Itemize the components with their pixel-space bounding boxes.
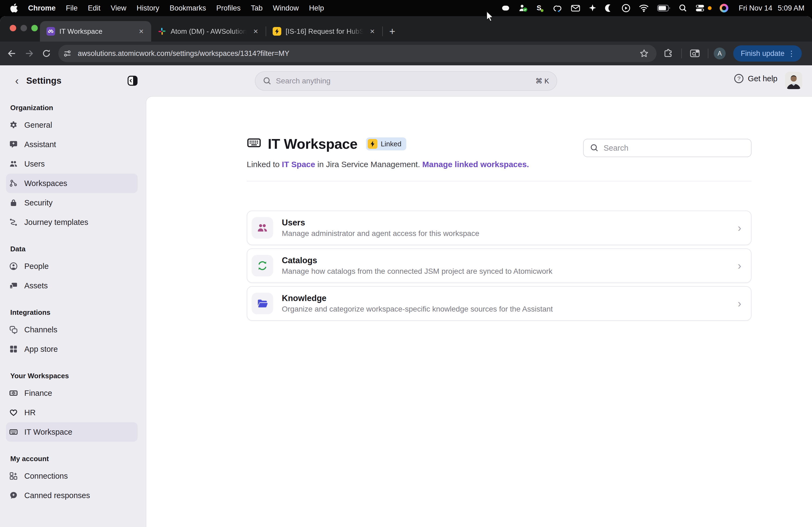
linked-badge: Linked xyxy=(366,138,406,151)
spotlight-icon[interactable] xyxy=(679,3,687,13)
tab-hubspot-request[interactable]: [IS-16] Request for HubSpot a × xyxy=(266,21,382,42)
menu-edit[interactable]: Edit xyxy=(88,4,101,12)
back-chevron-icon[interactable]: ‹ xyxy=(15,75,19,86)
section-label-data: Data xyxy=(10,245,138,253)
reload-icon[interactable] xyxy=(39,46,54,61)
sidebar-item-app-store[interactable]: App store xyxy=(6,339,138,359)
forward-icon[interactable] xyxy=(21,46,37,61)
screen: Chrome File Edit View History Bookmarks … xyxy=(0,0,812,527)
apple-icon[interactable] xyxy=(10,3,18,13)
new-tab-button[interactable]: + xyxy=(389,26,395,37)
sidebar-item-users[interactable]: Users xyxy=(6,154,138,174)
teams-status-icon[interactable] xyxy=(518,3,528,13)
sidebar-item-general[interactable]: General xyxy=(6,115,138,135)
close-tab-icon[interactable]: × xyxy=(251,26,260,37)
mail-icon[interactable] xyxy=(571,3,580,13)
minimize-window-button[interactable] xyxy=(20,25,27,31)
site-settings-icon[interactable] xyxy=(60,46,74,60)
it-space-link[interactable]: IT Space xyxy=(282,160,315,169)
sidebar-item-hr[interactable]: HR xyxy=(6,403,138,422)
slack-icon xyxy=(158,27,166,35)
lightning-icon xyxy=(273,27,281,35)
divider xyxy=(247,181,752,182)
help-icon: ? xyxy=(734,74,743,83)
extensions-icon[interactable] xyxy=(661,46,676,61)
sparkle-icon[interactable] xyxy=(589,3,597,13)
card-title: Users xyxy=(282,218,738,228)
creative-cloud-icon[interactable] xyxy=(552,3,563,13)
siri-icon[interactable] xyxy=(720,4,728,12)
sidebar-item-channels[interactable]: Channels xyxy=(6,320,138,339)
workspace-search-bar[interactable] xyxy=(583,139,752,157)
users-icon xyxy=(251,217,273,239)
sidebar-item-connections[interactable]: Connections xyxy=(6,466,138,486)
workspace-search-input[interactable] xyxy=(604,144,744,153)
catalogs-card[interactable]: Catalogs Manage how catalogs from the co… xyxy=(247,248,752,283)
address-bar[interactable]: awsolutions.atomicwork.com/settings/work… xyxy=(58,45,656,62)
sidebar-item-security[interactable]: Security xyxy=(6,193,138,213)
channels-icon xyxy=(9,325,18,334)
sidebar-item-canned-responses[interactable]: Canned responses xyxy=(6,486,138,505)
global-search-input[interactable] xyxy=(276,77,535,85)
sidebar-item-workspaces[interactable]: Workspaces xyxy=(6,174,138,193)
get-help-button[interactable]: ? Get help xyxy=(734,74,778,83)
bookmark-star-icon[interactable] xyxy=(637,46,651,60)
sidebar-item-it-workspace[interactable]: IT Workspace xyxy=(6,422,138,442)
sidebar-item-people[interactable]: People xyxy=(6,256,138,276)
close-tab-icon[interactable]: × xyxy=(368,26,377,37)
card-description: Organize and categorize workspace-specif… xyxy=(282,305,738,313)
heart-icon xyxy=(9,408,18,417)
sidebar-item-assistant[interactable]: Assistant xyxy=(6,135,138,154)
card-title: Knowledge xyxy=(282,294,738,303)
menu-bookmarks[interactable]: Bookmarks xyxy=(170,4,206,12)
menu-help[interactable]: Help xyxy=(309,4,324,12)
menu-view[interactable]: View xyxy=(111,4,126,12)
zoom-window-button[interactable] xyxy=(31,25,38,31)
side-panel-search-icon[interactable] xyxy=(687,46,702,61)
menubar-clock[interactable]: Fri Nov 14 5:09 AM xyxy=(739,4,804,12)
global-search-bar[interactable]: ⌘ K xyxy=(255,71,557,91)
svg-text:S: S xyxy=(537,4,541,12)
url-text[interactable]: awsolutions.atomicwork.com/settings/work… xyxy=(78,49,637,58)
chevron-right-icon: › xyxy=(738,260,741,272)
battery-icon[interactable] xyxy=(657,3,670,13)
close-tab-icon[interactable]: × xyxy=(136,26,146,37)
s-app-icon[interactable]: S xyxy=(536,3,544,13)
sidebar-item-finance[interactable]: Finance xyxy=(6,383,138,403)
menu-history[interactable]: History xyxy=(136,4,159,12)
manage-linked-workspaces-link[interactable]: Manage linked workspaces. xyxy=(422,160,529,169)
tab-it-workspace[interactable]: IT Workspace × xyxy=(40,21,151,42)
users-card[interactable]: Users Manage administrator and agent acc… xyxy=(247,211,752,245)
knowledge-card[interactable]: Knowledge Organize and categorize worksp… xyxy=(247,286,752,321)
moon-icon[interactable] xyxy=(605,3,613,13)
back-icon[interactable] xyxy=(4,46,19,61)
sync-icon xyxy=(251,255,273,276)
menubar-date: Fri Nov 14 xyxy=(739,4,772,12)
close-window-button[interactable] xyxy=(10,25,16,31)
menu-tab[interactable]: Tab xyxy=(251,4,263,12)
kebab-menu-icon[interactable]: ⋮ xyxy=(784,49,798,58)
wifi-icon[interactable] xyxy=(639,3,649,13)
menu-window[interactable]: Window xyxy=(273,4,299,12)
play-circle-icon[interactable] xyxy=(621,3,630,13)
atomicwork-icon xyxy=(46,27,55,35)
page-title: IT Workspace xyxy=(268,136,358,152)
menubar-time: 5:09 AM xyxy=(778,4,804,12)
menu-file[interactable]: File xyxy=(66,4,78,12)
devices-icon xyxy=(9,281,18,290)
menu-chrome[interactable]: Chrome xyxy=(28,4,56,12)
gear-icon xyxy=(9,121,18,129)
menu-profiles[interactable]: Profiles xyxy=(216,4,241,12)
chrome-profile-avatar[interactable]: A xyxy=(714,47,726,59)
collapse-sidebar-icon[interactable] xyxy=(127,75,138,88)
toolbar-divider xyxy=(708,48,708,58)
sidebar-item-assets[interactable]: Assets xyxy=(6,276,138,295)
user-avatar[interactable] xyxy=(785,72,802,89)
finish-update-button[interactable]: Finish update ⋮ xyxy=(733,45,802,61)
keyboard-icon xyxy=(9,428,18,436)
sidebar-item-journey-templates[interactable]: Journey templates xyxy=(6,213,138,232)
control-center-icon[interactable] xyxy=(695,3,705,13)
pill-app-icon[interactable] xyxy=(501,3,510,13)
tab-slack[interactable]: Atom (DM) - AWSolutions - Sl × xyxy=(151,21,266,42)
tab-strip: IT Workspace × Atom (DM) - AWSolutions -… xyxy=(0,16,812,42)
